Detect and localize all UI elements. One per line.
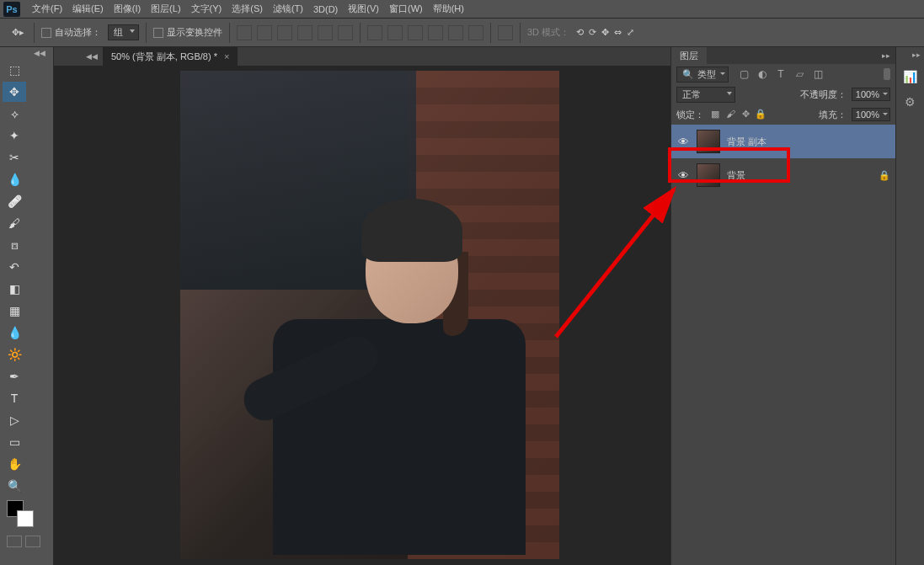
tabbar-collapse-icon[interactable]: ◀◀ [54, 52, 103, 61]
layer-name-label[interactable]: 背景 副本 [727, 136, 766, 148]
search-icon: 🔍 [682, 69, 694, 80]
history-brush-tool[interactable]: ↶ [3, 257, 26, 277]
clone-stamp-tool[interactable]: ⧈ [3, 235, 26, 255]
align-top-icon[interactable] [237, 25, 252, 40]
dist-hcenter-icon[interactable] [448, 25, 463, 40]
layer-name-label[interactable]: 背景 [727, 169, 745, 182]
panel-tab-row: 图层 ▸▸ [671, 47, 895, 64]
lock-buttons: ▩ 🖌 ✥ 🔒 [709, 109, 766, 120]
quickmask-icon[interactable] [7, 536, 22, 547]
layers-panel-tab[interactable]: 图层 [671, 47, 707, 64]
show-transform-checkbox[interactable]: 显示变换控件 [153, 26, 222, 39]
toolbar-collapse-icon[interactable]: ◀◀ [2, 49, 51, 59]
color-swatches[interactable] [2, 497, 51, 530]
type-tool[interactable]: T [3, 388, 26, 408]
menu-window[interactable]: 窗口(W) [384, 3, 428, 15]
align-right-icon[interactable] [338, 25, 353, 40]
right-panels: 图层 ▸▸ 🔍 类型 ▢ ◐ T ▱ ◫ 正常 [670, 47, 924, 565]
filter-smart-icon[interactable]: ◫ [811, 68, 825, 80]
menu-view[interactable]: 视图(V) [343, 3, 384, 15]
eyedropper-tool[interactable]: 💧 [3, 169, 26, 189]
dist-bottom-icon[interactable] [408, 25, 423, 40]
gradient-tool[interactable]: ▦ [3, 301, 26, 321]
screenmode-icon[interactable] [25, 536, 40, 547]
menu-3d[interactable]: 3D(D) [308, 4, 343, 14]
dist-left-icon[interactable] [428, 25, 443, 40]
menu-help[interactable]: 帮助(H) [428, 3, 469, 15]
3d-pan-icon[interactable]: ✥ [601, 27, 609, 38]
auto-select-checkbox[interactable]: 自动选择： [41, 26, 101, 39]
align-bottom-icon[interactable] [277, 25, 292, 40]
layers-panel: 图层 ▸▸ 🔍 类型 ▢ ◐ T ▱ ◫ 正常 [670, 47, 895, 565]
photo-content [180, 71, 559, 559]
lock-transparency-icon[interactable]: ▩ [709, 109, 721, 120]
fill-input[interactable]: 100% [852, 108, 890, 121]
auto-align-icon[interactable] [498, 25, 513, 40]
collapsed-panel-dock: ▸▸ 📊 ⚙ [895, 47, 924, 565]
marquee-tool[interactable]: ⬚ [3, 60, 26, 80]
pen-tool[interactable]: ✒ [3, 366, 26, 386]
canvas[interactable] [180, 71, 559, 559]
menu-filter[interactable]: 滤镜(T) [268, 3, 308, 15]
move-tool[interactable]: ✥ [3, 82, 26, 102]
panel-collapse-icon[interactable]: ▸▸ [882, 51, 895, 60]
3d-roll-icon[interactable]: ⟳ [589, 27, 596, 38]
dock-histogram-icon[interactable]: 📊 [902, 69, 919, 84]
lock-all-icon[interactable]: 🔒 [755, 109, 766, 120]
dist-vcenter-icon[interactable] [387, 25, 403, 40]
opacity-input[interactable]: 100% [852, 88, 890, 101]
magic-wand-tool[interactable]: ✦ [3, 125, 26, 146]
menu-image[interactable]: 图像(I) [109, 3, 146, 15]
menu-select[interactable]: 选择(S) [227, 3, 268, 15]
layer-thumbnail[interactable] [697, 130, 720, 153]
filter-pixel-icon[interactable]: ▢ [737, 68, 750, 80]
3d-zoom-icon[interactable]: ⤢ [627, 27, 634, 38]
background-swatch[interactable] [17, 510, 34, 527]
layer-filter-row: 🔍 类型 ▢ ◐ T ▱ ◫ [671, 64, 895, 84]
dock-collapse-icon[interactable]: ▸▸ [912, 51, 924, 59]
3d-slide-icon[interactable]: ⇔ [614, 27, 622, 38]
blend-mode-dropdown[interactable]: 正常 [676, 87, 735, 103]
dodge-tool[interactable]: 🔆 [3, 344, 26, 365]
lock-pixels-icon[interactable]: 🖌 [724, 109, 736, 120]
document-tab[interactable]: 50% (背景 副本, RGB/8) * × [103, 47, 238, 66]
healing-brush-tool[interactable]: 🩹 [3, 191, 26, 211]
layer-row[interactable]: 👁 背景 副本 [671, 125, 895, 158]
document-tab-bar: ◀◀ 50% (背景 副本, RGB/8) * × [54, 47, 670, 66]
layer-filter-type-dropdown[interactable]: 🔍 类型 [676, 67, 729, 83]
filter-toggle-switch[interactable] [884, 68, 890, 80]
crop-tool[interactable]: ✂ [3, 147, 26, 168]
move-tool-icon[interactable]: ✥▸ [8, 24, 27, 42]
dock-adjust-icon[interactable]: ⚙ [902, 94, 919, 109]
shape-tool[interactable]: ▭ [3, 432, 26, 452]
lock-position-icon[interactable]: ✥ [740, 109, 751, 120]
dist-right-icon[interactable] [468, 25, 483, 40]
path-select-tool[interactable]: ▷ [3, 410, 26, 430]
align-hcenter-icon[interactable] [318, 25, 333, 40]
menu-type[interactable]: 文字(Y) [186, 3, 227, 15]
menu-file[interactable]: 文件(F) [27, 3, 67, 15]
show-transform-label: 显示变换控件 [167, 26, 222, 39]
brush-tool[interactable]: 🖌 [3, 213, 26, 233]
menu-edit[interactable]: 编辑(E) [67, 3, 109, 15]
layer-thumbnail[interactable] [697, 163, 720, 187]
align-left-icon[interactable] [297, 25, 312, 40]
close-tab-icon[interactable]: × [224, 51, 229, 61]
hand-tool[interactable]: ✋ [3, 454, 26, 474]
visibility-toggle-icon[interactable]: 👁 [676, 136, 690, 148]
divider [229, 23, 230, 43]
filter-type-icon[interactable]: T [774, 68, 788, 80]
layer-row[interactable]: 👁 背景 🔒 [671, 158, 895, 192]
3d-orbit-icon[interactable]: ⟲ [576, 27, 584, 38]
align-vcenter-icon[interactable] [257, 25, 272, 40]
filter-shape-icon[interactable]: ▱ [793, 68, 806, 80]
eraser-tool[interactable]: ◧ [3, 279, 26, 299]
dist-top-icon[interactable] [367, 25, 382, 40]
zoom-tool[interactable]: 🔍 [3, 476, 26, 496]
filter-adjust-icon[interactable]: ◐ [756, 68, 769, 80]
visibility-toggle-icon[interactable]: 👁 [676, 169, 690, 182]
auto-select-dropdown[interactable]: 组 [108, 24, 139, 40]
menu-layer[interactable]: 图层(L) [146, 3, 185, 15]
lasso-tool[interactable]: ⟡ [3, 104, 26, 124]
blur-tool[interactable]: 💧 [3, 322, 26, 343]
